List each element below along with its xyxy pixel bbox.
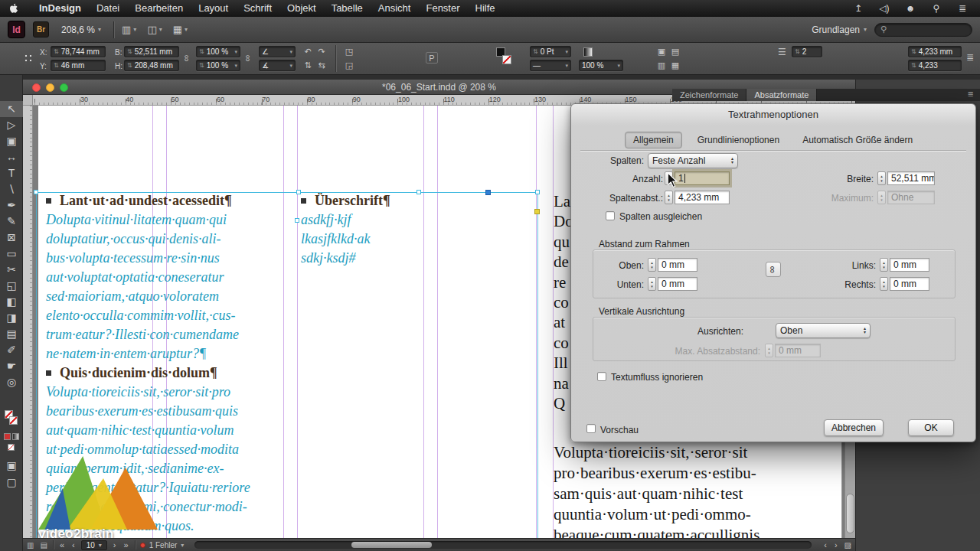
zoom-level-select[interactable]: 208,6 % ▾	[57, 23, 106, 37]
unten-stepper[interactable]: ▴▾	[648, 277, 656, 291]
stroke-swatch[interactable]	[502, 55, 511, 64]
first-page-button[interactable]: «	[58, 540, 66, 549]
minimize-window-button[interactable]	[46, 83, 54, 92]
rectangle-frame-tool[interactable]: ⊠	[0, 230, 23, 246]
workspace-switcher[interactable]: Grundlagen ▾	[812, 24, 867, 35]
corner-adorner-handle[interactable]	[534, 209, 540, 214]
link-insets-icon[interactable]: ∞	[766, 262, 781, 277]
rechts-field[interactable]: 0 mm	[890, 277, 929, 291]
frame-handle[interactable]	[34, 190, 38, 194]
previous-page-button[interactable]: ‹	[70, 540, 77, 549]
column-guide[interactable]	[437, 106, 438, 538]
reference-point-proxy[interactable]	[23, 53, 34, 64]
scroll-right-button[interactable]: ›	[833, 540, 839, 549]
pages-icon[interactable]: ▥	[26, 541, 34, 549]
selection-tool[interactable]: ↖	[0, 101, 23, 117]
text-inport[interactable]	[295, 218, 299, 223]
x-position-field[interactable]: 78,744 mm	[51, 46, 106, 57]
dialog-tab-2[interactable]: Grundlinienoptionen	[690, 132, 787, 148]
text-column-3-lower[interactable]: Volupta·tioreiciis·sit,·seror·sitpro·bea…	[554, 442, 843, 538]
stroke-weight-select[interactable]: 0 Pt	[530, 46, 571, 57]
type-tool[interactable]: T	[0, 165, 23, 181]
spaltenabstand-stepper[interactable]: ▴▾	[665, 191, 673, 204]
pencil-tool[interactable]: ✎	[0, 214, 23, 230]
frame-handle[interactable]	[535, 190, 540, 194]
menu-item-layout[interactable]: Layout	[191, 0, 236, 17]
shear-angle-select[interactable]: ∡	[259, 60, 296, 71]
selected-frame-top-edge[interactable]	[36, 192, 538, 193]
text-column-2[interactable]: Überschrift¶asdkfj·kjflkasjfklkd·aksdkj·…	[301, 191, 431, 268]
gradient-feather-tool[interactable]: ◨	[0, 310, 23, 326]
apply-none-button[interactable]	[8, 444, 15, 451]
gradient-swatch[interactable]	[583, 47, 593, 57]
breite-stepper[interactable]: ▴▾	[877, 171, 886, 185]
notification-center-icon[interactable]: ≣	[957, 3, 968, 14]
ausrichten-select[interactable]: Oben	[776, 323, 871, 338]
dialog-tab-3[interactable]: Automatisch Größe ändern	[795, 132, 920, 148]
spread-icon[interactable]: ▤	[39, 541, 47, 549]
menu-item-ansicht[interactable]: Ansicht	[371, 0, 419, 17]
zoom-tool[interactable]: ◎	[0, 374, 23, 390]
paragraph-proxy-icon[interactable]: P	[426, 52, 438, 64]
close-window-button[interactable]	[32, 83, 41, 92]
hand-tool[interactable]: ☛	[0, 358, 23, 374]
apply-gradient-button[interactable]	[12, 433, 19, 440]
menu-item-datei[interactable]: Datei	[89, 0, 127, 17]
view-options-icon[interactable]: ▥▾	[122, 24, 136, 35]
user-icon[interactable]: ☻	[905, 3, 916, 14]
preview-mode-button[interactable]: ▢	[0, 474, 23, 491]
column-count-field[interactable]: 2	[792, 46, 822, 57]
vorschau-checkbox[interactable]	[586, 424, 596, 433]
next-page-button[interactable]: ›	[112, 540, 118, 549]
oben-stepper[interactable]: ▴▾	[648, 258, 656, 272]
constrain-proportions-icon[interactable]: ∞	[181, 55, 192, 62]
last-page-button[interactable]: »	[122, 540, 130, 549]
wrap-jump-button[interactable]: ▥	[655, 60, 668, 71]
width-field[interactable]: 52,511 mm	[124, 46, 179, 57]
select-content-button[interactable]: ◲	[343, 60, 355, 71]
opacity-select[interactable]: 100 %	[579, 60, 623, 71]
normal-view-mode-button[interactable]: ▣	[0, 458, 23, 474]
flip-horizontal-button[interactable]: ⇆	[315, 60, 328, 71]
rechts-stepper[interactable]: ▴▾	[880, 277, 888, 291]
vertical-scrollbar-thumb[interactable]	[846, 494, 854, 533]
panel-menu-icon[interactable]: ≣	[962, 89, 980, 101]
links-stepper[interactable]: ▴▾	[880, 258, 888, 272]
dialog-tab-1[interactable]: Allgemein	[625, 132, 682, 148]
rotate-cw-button[interactable]: ↷	[315, 46, 328, 57]
preflight-menu[interactable]: 1 Fehler ▾	[140, 541, 185, 549]
ok-button[interactable]: OK	[908, 419, 954, 436]
page-number-select[interactable]: 10 ▾	[81, 540, 107, 550]
selected-frame-right-edge[interactable]	[537, 192, 538, 538]
sync-status-icon[interactable]: ↥	[853, 3, 864, 14]
frame-center-handle[interactable]	[485, 190, 491, 195]
gap-tool[interactable]: ↔	[0, 149, 23, 165]
window-split-icon[interactable]: ▨	[844, 541, 852, 549]
menu-item-fenster[interactable]: Fenster	[418, 0, 467, 17]
spalten-ausgleichen-checkbox[interactable]	[606, 211, 615, 220]
stroke-style-select[interactable]: —	[530, 60, 571, 71]
y-position-field[interactable]: 46 mm	[51, 60, 106, 71]
gutter-field[interactable]: 4,233 mm	[908, 46, 962, 57]
textumfluss-checkbox[interactable]	[597, 372, 606, 381]
panel-menu-icon[interactable]: ≣	[966, 52, 974, 64]
menu-item-tabelle[interactable]: Tabelle	[324, 0, 371, 17]
volume-icon[interactable]: ◁)	[879, 3, 890, 14]
frame-handle[interactable]	[416, 190, 421, 194]
tools-fill-swatch[interactable]	[9, 416, 18, 425]
column-guide[interactable]	[297, 106, 298, 538]
menu-item-bearbeiten[interactable]: Bearbeiten	[127, 0, 191, 17]
scale-y-select[interactable]: 100 %	[196, 60, 240, 71]
page-tool[interactable]: ▣	[0, 133, 23, 149]
apple-menu[interactable]	[9, 3, 19, 14]
menu-item-hilfe[interactable]: Hilfe	[468, 0, 503, 17]
spotlight-icon[interactable]: ⚲	[931, 3, 942, 14]
screen-mode-icon[interactable]: ◫▾	[147, 24, 162, 35]
horizontal-scrollbar-thumb[interactable]	[351, 542, 432, 548]
cancel-button[interactable]: Abbrechen	[824, 419, 884, 436]
select-container-button[interactable]: ◳	[343, 46, 355, 57]
panel-tab-zeichenformate[interactable]: Zeichenformate	[672, 89, 746, 101]
spalten-select[interactable]: Feste Anzahl	[648, 153, 738, 168]
zoom-window-button[interactable]	[60, 83, 68, 92]
menu-item-schrift[interactable]: Schrift	[236, 0, 279, 17]
